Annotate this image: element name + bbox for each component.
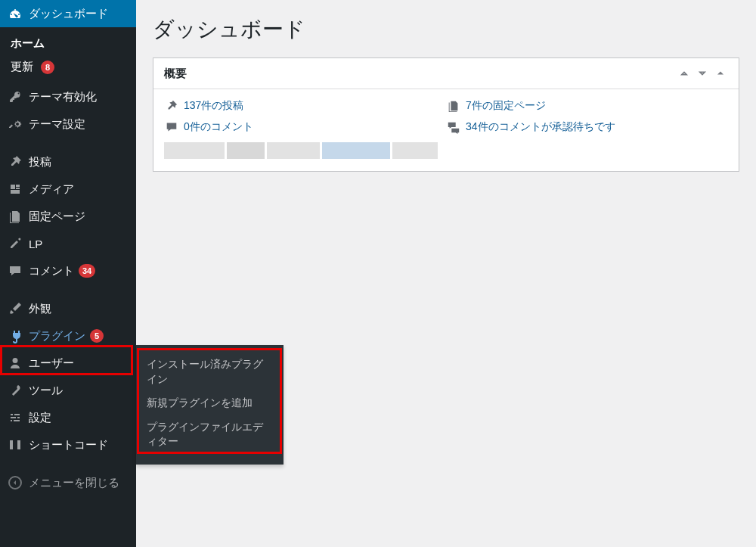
sidebar-item-plugins[interactable]: プラグイン 5 [0,322,136,350]
page-title: ダッシュボード [153,15,739,44]
brush-icon [8,301,23,316]
sidebar-label: ダッシュボード [29,7,108,21]
comments-badge: 34 [79,264,95,278]
media-icon [8,182,23,197]
sidebar-item-appearance[interactable]: 外観 [0,295,136,322]
comment-icon [8,263,23,278]
stat-posts-link[interactable]: 137件の投稿 [184,99,243,113]
sidebar-item-pages[interactable]: 固定ページ [0,203,136,230]
panel-controls [677,66,728,81]
collapse-icon [8,475,23,490]
panel-header: 概要 [153,58,739,89]
sidebar-item-posts[interactable]: 投稿 [0,148,136,176]
stat-pending-link[interactable]: 34件のコメントが承認待ちです [466,120,615,134]
flyout-plugin-editor[interactable]: プラグインファイルエディター [147,415,273,454]
admin-sidebar: ダッシュボード ホーム 更新 8 テーマ有効化 テーマ設定 投稿 メディア [0,0,136,547]
pin-icon [8,154,23,169]
plugins-flyout: インストール済みプラグイン 新規プラグインを追加 プラグインファイルエディター [136,345,284,465]
dashboard-icon [8,6,23,21]
sidebar-item-dashboard[interactable]: ダッシュボード [0,0,136,27]
pin-icon [164,98,179,113]
pages-icon [446,98,461,113]
gear-icon [8,117,23,132]
wrench-icon [8,383,23,398]
edit-icon [8,236,23,251]
plugins-badge: 5 [90,329,104,343]
panel-title: 概要 [164,67,187,81]
sidebar-item-comments[interactable]: コメント 34 [0,257,136,284]
plugin-icon [8,328,23,343]
overview-panel: 概要 137件の投稿 7件の固定ページ [153,57,739,172]
sidebar-item-theme-activate[interactable]: テーマ有効化 [0,83,136,110]
sliders-icon [8,410,23,425]
key-icon [8,89,23,104]
comment-icon [164,120,179,135]
sidebar-item-shortcode[interactable]: ショートコード [0,431,136,458]
user-icon [8,356,23,371]
stat-pages-link[interactable]: 7件の固定ページ [466,99,546,113]
sidebar-submenu-dashboard: ホーム 更新 8 [0,27,136,83]
flyout-add-new-plugin[interactable]: 新規プラグインを追加 [147,391,273,415]
sidebar-subitem-updates[interactable]: 更新 8 [0,55,136,79]
sidebar-subitem-home[interactable]: ホーム [0,32,136,55]
updates-badge: 8 [41,61,54,74]
sidebar-item-theme-settings[interactable]: テーマ設定 [0,110,136,138]
sidebar-item-media[interactable]: メディア [0,176,136,203]
redacted-row [164,142,728,159]
pages-icon [8,209,23,224]
main-content: ダッシュボード 概要 137件の投稿 7件の [136,0,756,547]
sidebar-item-users[interactable]: ユーザー [0,350,136,377]
stat-comments-link[interactable]: 0件のコメント [184,120,253,134]
brackets-icon [8,437,23,452]
sidebar-item-settings[interactable]: 設定 [0,404,136,431]
sidebar-item-lp[interactable]: LP [0,230,136,257]
panel-down-icon[interactable] [695,66,710,81]
sidebar-collapse[interactable]: メニューを閉じる [0,469,136,496]
flyout-installed-plugins[interactable]: インストール済みプラグイン [147,353,273,391]
panel-body: 137件の投稿 7件の固定ページ 0件のコメント 34件のコメントが承認待ちです [153,89,739,171]
panel-up-icon[interactable] [677,66,692,81]
sidebar-item-tools[interactable]: ツール [0,377,136,404]
comments-icon [446,120,461,135]
panel-toggle-icon[interactable] [713,66,728,81]
